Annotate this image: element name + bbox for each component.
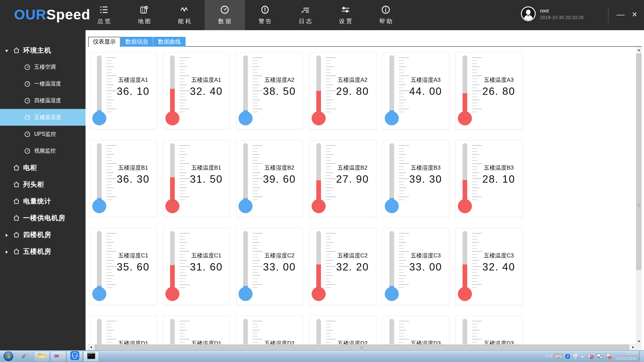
thermometer-tube xyxy=(463,55,467,114)
sidebar-item-power-statistics[interactable]: 电量统计 xyxy=(0,193,86,209)
gauge-icon xyxy=(24,98,31,104)
log-icon xyxy=(301,5,310,14)
gauge-card: 五楼湿度B136. 30 xyxy=(90,140,157,217)
gauge-value: 31. 50 xyxy=(184,173,228,185)
sidebar-item-label: 五楼空调 xyxy=(34,64,56,71)
gauge-value: 32. 40 xyxy=(184,85,228,98)
language-indicator[interactable]: CH xyxy=(545,354,552,359)
gauge-icon xyxy=(24,64,31,70)
sidebar-item-video-monitor[interactable]: 视频监控 xyxy=(0,142,86,159)
taskbar-app-monitoring-app[interactable]: MONITORING xyxy=(67,351,83,362)
nav-item-data[interactable]: 数 据 xyxy=(205,0,245,30)
gauge-value: 39. 30 xyxy=(404,173,448,185)
help-circle-icon[interactable]: ? xyxy=(565,353,571,360)
scroll-right-button[interactable] xyxy=(630,344,636,350)
network-icon[interactable] xyxy=(596,353,603,359)
nav-item-energy[interactable]: 能 耗 xyxy=(164,0,205,30)
cmd-icon: C:\_ xyxy=(86,351,96,362)
flag-alert-icon[interactable] xyxy=(605,353,611,359)
home-icon xyxy=(13,248,20,255)
gauge-value: 33. 00 xyxy=(257,261,302,273)
scroll-left-button[interactable] xyxy=(88,344,94,350)
sidebar-item-row-head-cabinet[interactable]: 列头柜 xyxy=(0,176,86,193)
gauge-card: 五楼湿度A344. 00 xyxy=(382,52,449,129)
gauge-value: 29. 80 xyxy=(330,85,375,98)
taskbar-clock[interactable]: 20:10 2018/10/30 xyxy=(615,351,637,361)
vertical-scroll-thumb[interactable] xyxy=(636,54,641,270)
scroll-up-button[interactable] xyxy=(636,47,642,53)
scroll-down-button[interactable] xyxy=(636,339,642,344)
nav-item-alarm[interactable]: 警 告 xyxy=(245,0,285,30)
gauge-card: 五楼湿度C135. 60 xyxy=(90,228,157,305)
user-name: root xyxy=(540,8,584,13)
gauge-label: 五楼温度A3 xyxy=(477,76,521,84)
logo-text-our: OUR xyxy=(14,7,46,22)
taskbar-app-command-prompt[interactable]: C:\_ xyxy=(83,351,99,362)
energy-icon xyxy=(180,5,189,14)
tab-data-info[interactable]: 数据信息 xyxy=(121,37,153,47)
caret-spacer xyxy=(5,182,10,186)
nav-item-overview[interactable]: 总 览 xyxy=(84,0,124,30)
tab-data-curve[interactable]: 数据曲线 xyxy=(153,37,185,47)
gauge-label: 五楼湿度A1 xyxy=(111,76,155,84)
gauge-icon xyxy=(24,131,31,137)
thermometer-tube xyxy=(316,143,321,202)
nav-items: 总 览地 图能 耗数 据警 告日 志设 置帮 助 xyxy=(84,0,406,30)
horizontal-scroll-thumb[interactable] xyxy=(95,345,629,350)
minimize-button[interactable]: — xyxy=(616,9,625,19)
gauge-label: 五楼湿度A2 xyxy=(257,76,302,84)
sidebar-item-label: 一楼温湿度 xyxy=(34,80,61,87)
sidebar-item-floor5-ac[interactable]: 五楼空调 xyxy=(0,59,86,75)
nav-item-label: 设 置 xyxy=(339,17,352,25)
sidebar-item-floor4-temp-hum[interactable]: 四楼温湿度 xyxy=(0,92,86,109)
keyboard-icon[interactable] xyxy=(555,354,562,359)
gauge-label: 五楼湿度C1 xyxy=(111,252,155,259)
sidebar-item-floor5-temp-hum[interactable]: 五楼温湿度 xyxy=(0,109,86,126)
gauge-label: 五楼湿度C3 xyxy=(404,252,448,259)
thermometer-tube xyxy=(389,231,394,290)
gauge-label: 五楼湿度A3 xyxy=(404,76,448,84)
thermometer-bulb-icon xyxy=(92,111,106,125)
gauge-label: 五楼湿度B1 xyxy=(111,164,155,172)
gauge-card: 五楼温度D3 xyxy=(455,316,523,344)
thermometer-tube xyxy=(243,143,248,202)
show-desktop-button[interactable] xyxy=(639,351,644,362)
horizontal-scrollbar[interactable] xyxy=(88,344,636,350)
sidebar-item-floor4-machine-room[interactable]: 四楼机房 xyxy=(0,226,86,243)
thermometer-tube xyxy=(170,55,175,114)
gauge-label: 五楼温度B1 xyxy=(184,164,228,172)
taskbar-app-internet-explorer[interactable]: e xyxy=(17,351,33,362)
vertical-scrollbar[interactable] xyxy=(636,47,642,344)
thermometer-tube xyxy=(243,231,248,290)
nav-item-map[interactable]: 地 图 xyxy=(124,0,164,30)
svg-text:?: ? xyxy=(567,354,569,358)
nav-item-help[interactable]: 帮 助 xyxy=(366,0,406,30)
window-restore-icon[interactable] xyxy=(573,354,578,359)
nav-item-settings[interactable]: 设 置 xyxy=(325,0,366,30)
gauge-card: 五楼湿度D1 xyxy=(90,316,157,344)
user-block[interactable]: root 2018-10-30 20:10:26 xyxy=(521,6,584,21)
sidebar-item-label: 一楼供电机房 xyxy=(23,214,65,223)
thermometer-bulb-icon xyxy=(92,199,106,213)
taskbar-app-file-explorer[interactable] xyxy=(34,351,50,362)
nav-item-log[interactable]: 日 志 xyxy=(285,0,325,30)
tab-bar: 仪表显示数据信息数据曲线 xyxy=(88,37,186,47)
sidebar-item-power-cabinet[interactable]: 电柜 xyxy=(0,159,86,176)
user-avatar-icon[interactable] xyxy=(521,6,536,21)
caret-up-icon[interactable] xyxy=(580,355,585,358)
sidebar-item-env-host[interactable]: 环境主机 xyxy=(0,42,86,59)
gauge-value: 31. 60 xyxy=(184,261,228,273)
close-button[interactable]: × xyxy=(632,9,637,19)
thermometer-tube xyxy=(170,143,175,202)
sidebar-item-ups-monitor[interactable]: UPS监控 xyxy=(0,126,86,142)
sidebar-item-label: 五楼机房 xyxy=(23,247,51,256)
start-button[interactable] xyxy=(3,351,14,362)
sidebar-item-floor1-power-room[interactable]: 一楼供电机房 xyxy=(0,209,86,226)
sidebar-item-floor1-temp-hum[interactable]: 一楼温湿度 xyxy=(0,75,86,92)
gauge-value: 36. 30 xyxy=(111,173,155,185)
sidebar-item-floor5-machine-room[interactable]: 五楼机房 xyxy=(0,243,86,260)
tab-gauge-display[interactable]: 仪表显示 xyxy=(88,37,120,47)
volume-muted-icon[interactable] xyxy=(587,353,594,359)
taskbar-app-visual-studio[interactable]: ∞ xyxy=(50,351,66,362)
arrow-up-icon xyxy=(638,49,640,51)
